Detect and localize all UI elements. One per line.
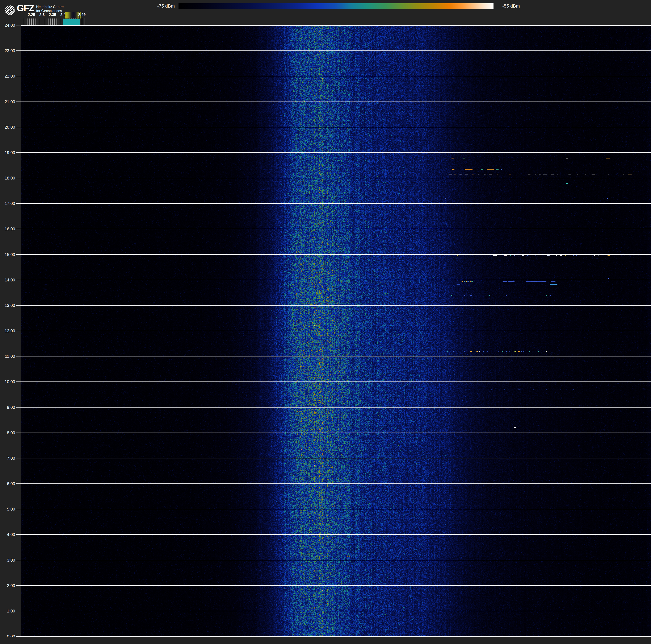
wifi-channel-tick bbox=[67, 12, 68, 19]
freq-minor-tick bbox=[35, 19, 36, 25]
time-axis-label: 18:00 bbox=[0, 176, 15, 180]
time-axis-label: 10:00 bbox=[0, 379, 15, 384]
time-axis-tick bbox=[17, 484, 21, 484]
time-axis-tick bbox=[17, 101, 21, 102]
time-axis-label: 14:00 bbox=[0, 277, 15, 283]
ble-channel-tick bbox=[80, 19, 80, 25]
time-axis-label: 20:00 bbox=[0, 125, 15, 130]
wifi-channel-tick bbox=[68, 12, 69, 19]
freq-minor-tick bbox=[25, 19, 25, 25]
header-bar: GFZ Helmholtz Centre for Geosciences -75… bbox=[0, 0, 651, 25]
freq-minor-tick bbox=[33, 19, 34, 25]
freq-minor-tick bbox=[40, 19, 40, 25]
time-axis-tick bbox=[17, 381, 21, 382]
freq-minor-tick bbox=[27, 19, 28, 25]
freq-minor-tick bbox=[59, 19, 59, 25]
time-axis-tick bbox=[17, 203, 21, 204]
freq-major-tick bbox=[82, 18, 82, 25]
wifi-channel-tick bbox=[66, 12, 67, 19]
time-axis-tick bbox=[17, 51, 21, 51]
freq-minor-tick bbox=[46, 19, 46, 25]
time-axis-label: 11:00 bbox=[0, 354, 15, 359]
freq-minor-tick bbox=[61, 19, 61, 25]
freq-axis-label: 2.35 bbox=[49, 12, 56, 18]
wifi-channel-tick bbox=[69, 12, 70, 19]
time-axis-label: 6:00 bbox=[0, 481, 15, 486]
time-axis-label: 1:00 bbox=[0, 609, 15, 614]
freq-minor-tick bbox=[31, 19, 32, 25]
time-axis-label: 7:00 bbox=[0, 456, 15, 461]
wifi-channel-tick bbox=[72, 12, 72, 19]
freq-axis-label: 2.3 bbox=[39, 12, 44, 18]
time-axis-tick bbox=[17, 254, 21, 255]
time-axis-tick bbox=[17, 178, 21, 178]
freq-minor-tick bbox=[29, 19, 30, 25]
time-axis-tick bbox=[17, 560, 21, 560]
wifi-channel-tick bbox=[74, 12, 74, 19]
spectrogram-canvas bbox=[21, 25, 651, 637]
time-axis-label: 23:00 bbox=[0, 48, 15, 53]
time-axis-label: 2:00 bbox=[0, 583, 15, 588]
freq-minor-tick bbox=[57, 19, 57, 25]
time-axis-tick bbox=[17, 509, 21, 509]
time-axis-label: 3:00 bbox=[0, 558, 15, 563]
freq-axis-label: 2.49 bbox=[78, 12, 86, 18]
time-axis-label: 12:00 bbox=[0, 328, 15, 333]
freq-minor-tick bbox=[23, 19, 23, 25]
time-axis-label: 9:00 bbox=[0, 405, 15, 410]
time-axis-label: 4:00 bbox=[0, 532, 15, 537]
time-axis: 24:0023:0022:0021:0020:0019:0018:0017:00… bbox=[0, 0, 21, 644]
freq-major-tick bbox=[84, 18, 85, 25]
time-axis-label: 19:00 bbox=[0, 150, 15, 155]
time-axis-label: 13:00 bbox=[0, 303, 15, 308]
time-axis-tick bbox=[17, 585, 21, 586]
time-axis-label: 22:00 bbox=[0, 74, 15, 79]
freq-minor-tick bbox=[38, 19, 38, 25]
wifi-channel-tick bbox=[76, 12, 76, 19]
time-axis-label: 17:00 bbox=[0, 201, 15, 206]
time-axis-tick bbox=[17, 356, 21, 356]
freq-minor-tick bbox=[42, 19, 42, 25]
time-axis-tick bbox=[17, 229, 21, 229]
time-axis-tick bbox=[17, 127, 21, 127]
time-axis-label: 15:00 bbox=[0, 252, 15, 257]
freq-axis-label: 2.25 bbox=[28, 12, 35, 18]
time-axis-tick bbox=[17, 280, 21, 280]
time-axis-tick bbox=[17, 152, 21, 153]
time-axis-tick bbox=[17, 305, 21, 305]
wifi-channel-tick bbox=[70, 12, 71, 19]
time-axis-label: 21:00 bbox=[0, 99, 15, 104]
footer-bar: https://doi.org/10.5880/GFZ.1.2.2024.003… bbox=[0, 637, 651, 644]
time-axis-tick bbox=[17, 25, 21, 25]
freq-minor-tick bbox=[48, 19, 49, 25]
wifi-channel-tick bbox=[77, 12, 78, 19]
time-axis-label: 16:00 bbox=[0, 226, 15, 231]
freq-minor-tick bbox=[44, 19, 44, 25]
time-axis-label: 5:00 bbox=[0, 506, 15, 511]
wifi-channel-tick bbox=[75, 12, 75, 19]
freq-minor-tick bbox=[52, 19, 53, 25]
freq-axis-label: 2.4 bbox=[60, 12, 65, 18]
time-axis-tick bbox=[17, 458, 21, 459]
freq-minor-tick bbox=[54, 19, 55, 25]
time-axis-label: 24:00 bbox=[0, 23, 15, 28]
time-axis-tick bbox=[17, 611, 21, 611]
time-axis-tick bbox=[17, 407, 21, 408]
wifi-channel-tick bbox=[73, 12, 73, 19]
time-axis-tick bbox=[17, 331, 21, 331]
frequency-axis: 2.252.32.352.42.49 bbox=[0, 0, 651, 25]
freq-minor-tick bbox=[50, 19, 51, 25]
time-axis-tick bbox=[17, 534, 21, 535]
time-axis-tick bbox=[17, 433, 21, 433]
time-axis-tick bbox=[17, 76, 21, 76]
time-axis-label: 8:00 bbox=[0, 430, 15, 435]
